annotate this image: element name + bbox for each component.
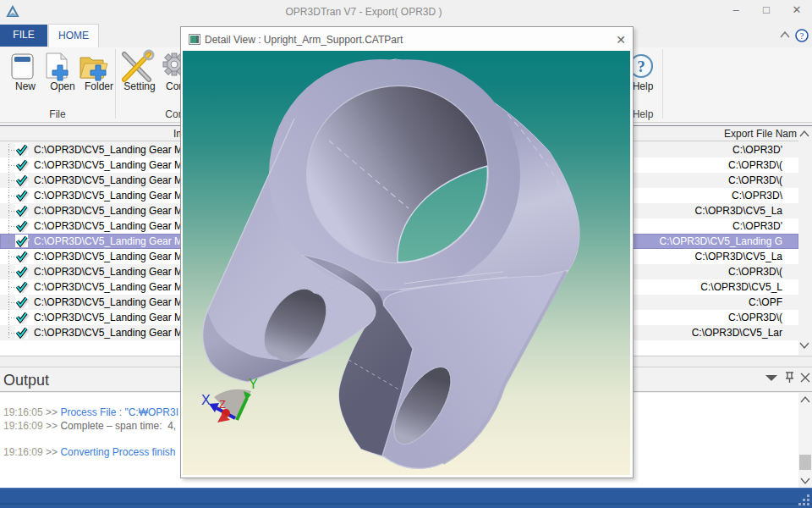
svg-text:X: X bbox=[201, 393, 211, 407]
svg-text:?: ? bbox=[637, 58, 645, 75]
svg-text:?: ? bbox=[800, 30, 804, 41]
svg-text:Y: Y bbox=[249, 377, 258, 391]
svg-text:Z: Z bbox=[219, 398, 226, 411]
